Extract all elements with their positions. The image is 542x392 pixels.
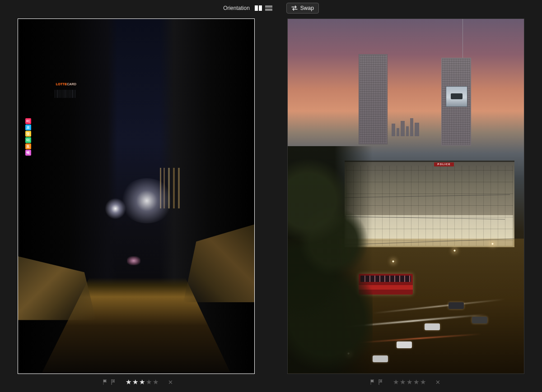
photo-region xyxy=(120,178,174,223)
star-icon[interactable]: ★ xyxy=(393,378,399,386)
svg-rect-0 xyxy=(255,5,258,11)
flag-group xyxy=(102,379,117,385)
star-icon[interactable]: ★ xyxy=(132,378,139,386)
clear-rating-button[interactable]: ✕ xyxy=(435,379,440,386)
photo-candidate[interactable]: LOTTECARD 미코 덩아 토백 xyxy=(18,18,255,374)
photo-sign-lotte: LOTTECARD xyxy=(56,83,77,86)
compare-toolbar: Orientation Swap xyxy=(0,0,542,16)
photo-region xyxy=(359,54,388,144)
compare-panel-left: LOTTECARD 미코 덩아 토백 xyxy=(4,18,269,374)
compare-footer: ★★★★★ ✕ ★★★★★ ✕ xyxy=(0,374,542,390)
star-icon[interactable]: ★ xyxy=(146,378,152,386)
photo-select[interactable]: POLICE xyxy=(287,18,524,374)
rating-stars-left[interactable]: ★★★★★ xyxy=(126,378,159,386)
footer-left: ★★★★★ ✕ xyxy=(4,374,271,390)
rating-stars-right[interactable]: ★★★★★ xyxy=(393,378,426,386)
svg-rect-1 xyxy=(259,5,262,11)
photo-region xyxy=(491,242,494,245)
flag-pick-icon xyxy=(369,379,376,385)
footer-right: ★★★★★ ✕ xyxy=(271,374,538,390)
photo-region xyxy=(55,90,75,98)
flag-pick-button[interactable] xyxy=(102,379,108,385)
clear-rating-button[interactable]: ✕ xyxy=(168,379,173,386)
star-icon[interactable]: ★ xyxy=(420,378,426,386)
compare-panel-right: POLICE xyxy=(273,18,538,374)
rows-icon xyxy=(265,5,273,11)
star-icon[interactable]: ★ xyxy=(413,378,420,386)
star-icon[interactable]: ★ xyxy=(139,378,145,386)
photo-region xyxy=(103,196,128,221)
flag-pick-button[interactable] xyxy=(369,379,376,385)
columns-icon xyxy=(254,5,262,11)
swap-button[interactable]: Swap xyxy=(286,3,319,14)
svg-rect-2 xyxy=(265,5,272,8)
photo-region xyxy=(472,317,487,323)
photo-region xyxy=(446,86,467,107)
flag-reject-icon xyxy=(378,379,384,385)
flag-group xyxy=(369,379,384,385)
compare-area: LOTTECARD 미코 덩아 토백 POLICE xyxy=(0,16,542,374)
flag-pick-icon xyxy=(102,379,108,385)
photo-region xyxy=(449,302,464,309)
star-icon[interactable]: ★ xyxy=(406,378,413,386)
photo-region xyxy=(392,115,432,136)
orientation-label: Orientation xyxy=(223,5,250,11)
photo-region xyxy=(288,146,373,373)
photo-region xyxy=(463,19,463,61)
star-icon[interactable]: ★ xyxy=(126,378,132,386)
star-icon[interactable]: ★ xyxy=(400,378,406,386)
photo-region xyxy=(397,341,412,348)
flag-reject-icon xyxy=(110,379,117,385)
photo-region xyxy=(373,355,388,362)
swap-button-label: Swap xyxy=(300,5,314,11)
photo-sign-police: POLICE xyxy=(434,162,454,166)
swap-icon xyxy=(291,5,298,11)
flag-reject-button[interactable] xyxy=(378,379,384,385)
flag-reject-button[interactable] xyxy=(110,379,117,385)
star-icon[interactable]: ★ xyxy=(153,378,159,386)
svg-rect-3 xyxy=(265,9,272,11)
orientation-side-by-side-button[interactable] xyxy=(254,5,262,11)
photo-region xyxy=(425,323,440,330)
photo-neon-column: 미코 덩아 토백 xyxy=(25,118,32,199)
orientation-stacked-button[interactable] xyxy=(265,5,273,11)
orientation-group: Orientation xyxy=(223,5,273,11)
orientation-toggle xyxy=(254,5,273,11)
photo-region xyxy=(127,256,140,265)
